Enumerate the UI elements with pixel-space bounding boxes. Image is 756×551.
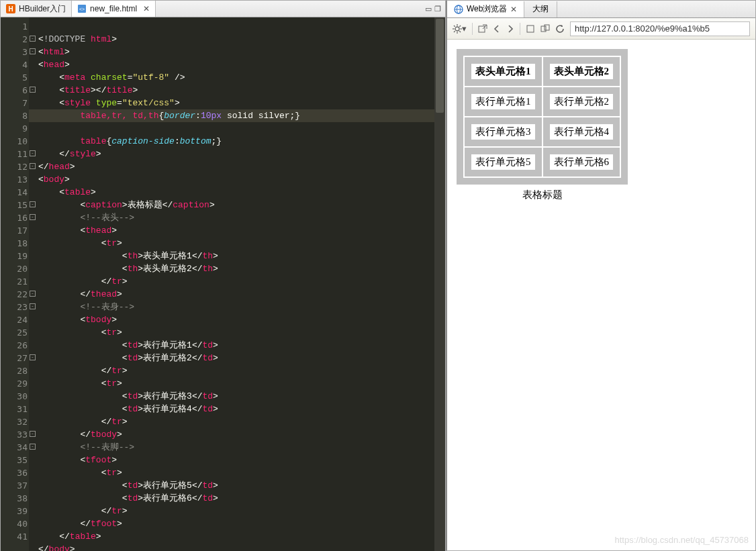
preview-viewport: 表格标题 表头单元格1 表头单元格2 表行单元格1 表行单元格2 表行单元格3 …	[447, 40, 755, 550]
code-area[interactable]: <!DOCTYPE html> <html> <head> <meta char…	[29, 17, 434, 551]
tab-label: new_file.html	[90, 4, 137, 13]
svg-line-13	[459, 26, 461, 27]
code-editor[interactable]: 12-3-456-7891011-12-131415-16-1718192021…	[1, 17, 445, 551]
tab-hbuilder-intro[interactable]: H HBuilder入门	[1, 1, 72, 17]
svg-rect-14	[479, 26, 485, 32]
table-cell: 表行单元格3	[465, 117, 542, 146]
tab-label: 大纲	[532, 3, 549, 15]
table-caption: 表格标题	[457, 185, 628, 201]
table-row: 表行单元格5 表行单元格6	[465, 148, 620, 177]
tab-web-browser[interactable]: Web浏览器 ✕	[447, 1, 524, 17]
table-header-cell: 表头单元格2	[543, 57, 620, 86]
back-icon[interactable]	[493, 25, 501, 33]
table-cell: 表行单元格1	[465, 87, 542, 116]
svg-rect-17	[541, 26, 546, 32]
hbuilder-icon: H	[6, 4, 15, 13]
preview-pane: Web浏览器 ✕ 大纲 ▾ http://127.0.0.1:8020/%e9%…	[446, 0, 756, 551]
svg-line-10	[454, 26, 455, 27]
tab-outline[interactable]: 大纲	[524, 1, 557, 17]
close-icon[interactable]: ✕	[143, 4, 150, 13]
preview-tab-bar: Web浏览器 ✕ 大纲	[447, 1, 755, 18]
svg-text:<>: <>	[79, 7, 85, 11]
editor-tab-bar: H HBuilder入门 <> new_file.html ✕ ▭ ❐	[1, 1, 445, 17]
table-cell: 表行单元格6	[543, 148, 620, 177]
table-cell: 表行单元格2	[543, 87, 620, 116]
svg-point-5	[455, 27, 459, 31]
table-row: 表行单元格1 表行单元格2	[465, 87, 620, 116]
restore-icon[interactable]: ❐	[434, 5, 441, 13]
tab-label: Web浏览器	[467, 3, 507, 15]
tab-label: HBuilder入门	[19, 3, 66, 15]
line-number-gutter: 12-3-456-7891011-12-131415-16-1718192021…	[1, 17, 29, 551]
svg-rect-16	[527, 26, 534, 32]
svg-rect-18	[545, 25, 549, 30]
device-icon[interactable]	[526, 24, 535, 34]
vertical-scrollbar[interactable]	[434, 17, 445, 551]
close-icon[interactable]: ✕	[510, 5, 517, 14]
rendered-table: 表格标题 表头单元格1 表头单元格2 表行单元格1 表行单元格2 表行单元格3 …	[457, 49, 628, 201]
multi-device-icon[interactable]	[540, 24, 550, 34]
table-row: 表头单元格1 表头单元格2	[465, 57, 620, 86]
minimize-icon[interactable]: ▭	[425, 5, 432, 13]
refresh-icon[interactable]	[555, 24, 565, 34]
table-cell: 表行单元格4	[543, 117, 620, 146]
table-cell: 表行单元格5	[465, 148, 542, 177]
svg-line-11	[459, 31, 461, 32]
gear-icon[interactable]: ▾	[453, 23, 467, 34]
tab-new-file[interactable]: <> new_file.html ✕	[72, 1, 156, 17]
globe-icon	[454, 5, 463, 14]
open-external-icon[interactable]	[478, 24, 487, 34]
url-input[interactable]: http://127.0.0.1:8020/%e9%a1%b5	[570, 21, 750, 36]
html-file-icon: <>	[77, 4, 87, 13]
watermark-text: https://blog.csdn.net/qq_45737068	[615, 535, 749, 545]
table-row: 表行单元格3 表行单元格4	[465, 117, 620, 146]
forward-icon[interactable]	[506, 25, 514, 33]
table-header-cell: 表头单元格1	[465, 57, 542, 86]
browser-toolbar: ▾ http://127.0.0.1:8020/%e9%a1%b5	[447, 18, 755, 40]
editor-pane: H HBuilder入门 <> new_file.html ✕ ▭ ❐ 12-3…	[0, 0, 446, 551]
editor-window-buttons: ▭ ❐	[425, 5, 445, 13]
svg-line-12	[454, 31, 455, 32]
